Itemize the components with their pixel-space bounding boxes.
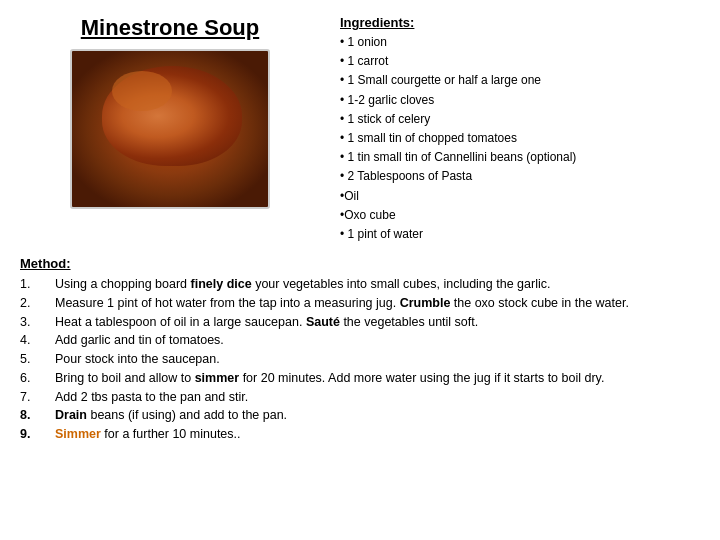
ingredient-item: • 1 onion xyxy=(340,33,700,52)
recipe-title: Minestrone Soup xyxy=(81,15,259,41)
step-text: Pour stock into the saucepan. xyxy=(55,350,700,369)
ingredient-item: • 1 stick of celery xyxy=(340,110,700,129)
method-step: 2.Measure 1 pint of hot water from the t… xyxy=(20,294,700,313)
ingredients-heading: Ingredients: xyxy=(340,15,700,30)
method-step: 8.Drain beans (if using) and add to the … xyxy=(20,406,700,425)
top-section: Minestrone Soup Ingredients: • 1 onion• … xyxy=(20,10,700,244)
step-text: Add garlic and tin of tomatoes. xyxy=(55,331,700,350)
method-step: 5. Pour stock into the saucepan. xyxy=(20,350,700,369)
step-text: Measure 1 pint of hot water from the tap… xyxy=(55,294,700,313)
ingredient-item: • 1 small tin of chopped tomatoes xyxy=(340,129,700,148)
step-number: 7. xyxy=(20,388,55,407)
ingredient-item: • 1-2 garlic cloves xyxy=(340,91,700,110)
step-number: 8. xyxy=(20,406,55,425)
step-number: 2. xyxy=(20,294,55,313)
step-number: 1. xyxy=(20,275,55,294)
step-text: Drain beans (if using) and add to the pa… xyxy=(55,406,700,425)
method-step: 9.Simmer for a further 10 minutes.. xyxy=(20,425,700,444)
ingredient-item: •Oxo cube xyxy=(340,206,700,225)
step-number: 4. xyxy=(20,331,55,350)
left-column: Minestrone Soup xyxy=(20,10,320,244)
method-heading: Method: xyxy=(20,256,700,271)
method-step: 4. Add garlic and tin of tomatoes. xyxy=(20,331,700,350)
method-step: 1.Using a chopping board finely dice you… xyxy=(20,275,700,294)
step-text: Simmer for a further 10 minutes.. xyxy=(55,425,700,444)
step-number: 9. xyxy=(20,425,55,444)
step-number: 6. xyxy=(20,369,55,388)
ingredients-list: • 1 onion• 1 carrot• 1 Small courgette o… xyxy=(340,33,700,244)
method-step: 6.Bring to boil and allow to simmer for … xyxy=(20,369,700,388)
step-text: Using a chopping board finely dice your … xyxy=(55,275,700,294)
right-column: Ingredients: • 1 onion• 1 carrot• 1 Smal… xyxy=(320,10,700,244)
ingredient-item: • 1 carrot xyxy=(340,52,700,71)
method-step: 7.Add 2 tbs pasta to the pan and stir. xyxy=(20,388,700,407)
method-step: 3. Heat a tablespoon of oil in a large s… xyxy=(20,313,700,332)
ingredient-item: • 1 Small courgette or half a large one xyxy=(340,71,700,90)
step-number: 3. xyxy=(20,313,55,332)
step-number: 5. xyxy=(20,350,55,369)
ingredient-item: • 1 pint of water xyxy=(340,225,700,244)
method-table: 1.Using a chopping board finely dice you… xyxy=(20,275,700,444)
method-section: Method: 1.Using a chopping board finely … xyxy=(20,256,700,444)
step-text: Heat a tablespoon of oil in a large sauc… xyxy=(55,313,700,332)
step-text: Bring to boil and allow to simmer for 20… xyxy=(55,369,700,388)
step-text: Add 2 tbs pasta to the pan and stir. xyxy=(55,388,700,407)
ingredient-item: • 2 Tablespoons of Pasta xyxy=(340,167,700,186)
ingredient-item: • 1 tin small tin of Cannellini beans (o… xyxy=(340,148,700,167)
soup-image xyxy=(70,49,270,209)
ingredient-item: •Oil xyxy=(340,187,700,206)
